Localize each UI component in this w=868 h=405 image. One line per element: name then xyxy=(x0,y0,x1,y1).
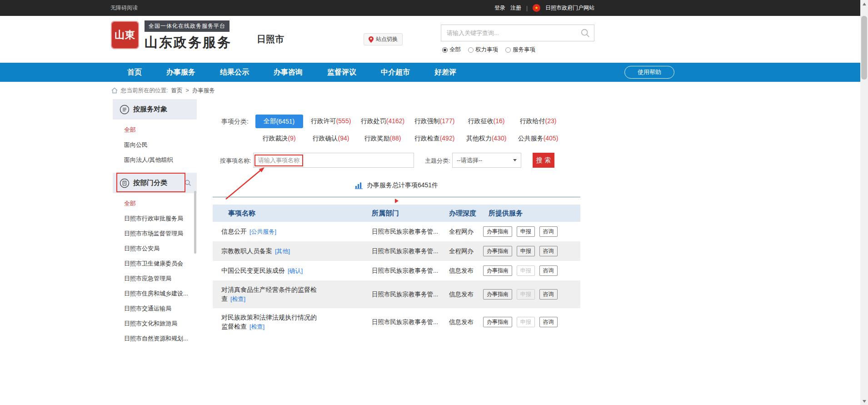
scroll-down-arrow-icon[interactable] xyxy=(860,397,868,405)
nav-item-results[interactable]: 结果公示 xyxy=(208,63,261,82)
item-tag-link[interactable]: [检查] xyxy=(249,323,264,330)
radio-icon[interactable] xyxy=(505,47,511,53)
tab-confirmation[interactable]: 行政确认(94) xyxy=(313,135,349,143)
radio-selected-icon[interactable] xyxy=(442,47,448,53)
item-dept: 日照市民族宗教事务管... xyxy=(372,261,449,280)
tab-name: 行政征收 xyxy=(468,117,494,125)
help-button[interactable]: 使用帮助 xyxy=(624,66,674,79)
consult-button[interactable]: 咨询 xyxy=(539,265,558,276)
guide-button[interactable]: 办事指南 xyxy=(483,317,512,327)
category-filter-row: 事项分类: 全部(6451) 行政许可(555) 行政处罚(4162) 行政强制… xyxy=(213,115,580,143)
tab-name: 全部 xyxy=(264,117,276,125)
nav-item-intermediary[interactable]: 中介超市 xyxy=(369,63,422,82)
sidebar-item-dept[interactable]: 日照市自然资源和规划... xyxy=(113,331,197,346)
location-pin-icon xyxy=(369,36,374,43)
scope-option-service[interactable]: 服务事项 xyxy=(505,46,535,54)
tab-public-service[interactable]: 公共服务(405) xyxy=(518,135,559,143)
tab-levy[interactable]: 行政征收(16) xyxy=(468,117,505,125)
sidebar-section-service-object[interactable]: 按服务对象 xyxy=(113,99,197,120)
tab-other-power[interactable]: 其他权力(430) xyxy=(466,135,507,143)
sidebar-item-all[interactable]: 全部 xyxy=(113,122,197,137)
tab-license[interactable]: 行政许可(555) xyxy=(311,117,351,125)
scope-label: 权力事项 xyxy=(475,46,498,54)
search-icon[interactable] xyxy=(580,28,590,38)
tab-payment[interactable]: 行政给付(23) xyxy=(520,117,557,125)
category-filter-label: 事项分类: xyxy=(213,115,253,143)
guide-button[interactable]: 办事指南 xyxy=(483,246,512,256)
search-button[interactable]: 搜 索 xyxy=(533,153,554,168)
guide-button[interactable]: 办事指南 xyxy=(483,226,512,237)
sidebar-item-legal-person[interactable]: 面向法人/其他组织 xyxy=(113,152,197,167)
total-count-text: 办事服务总计事项6451件 xyxy=(367,181,438,190)
guide-button[interactable]: 办事指南 xyxy=(483,289,512,300)
portal-link[interactable]: 日照市政府门户网站 xyxy=(545,4,594,12)
item-tag-link[interactable]: [确认] xyxy=(288,267,303,274)
register-link[interactable]: 注册 xyxy=(510,4,521,12)
sidebar-item-dept[interactable]: 日照市应急管理局 xyxy=(113,271,197,286)
sidebar-item-citizen[interactable]: 面向公民 xyxy=(113,137,197,152)
department-search-icon[interactable] xyxy=(185,180,191,186)
annotation-marker-row xyxy=(213,197,580,205)
platform-badge: 全国一体化在线政务服务平台 xyxy=(145,20,229,32)
item-tag-link[interactable]: [其他] xyxy=(275,248,290,255)
theme-select[interactable]: --请选择-- xyxy=(452,153,521,168)
tab-ruling[interactable]: 行政裁决(9) xyxy=(262,135,295,143)
nav-item-home[interactable]: 首页 xyxy=(115,63,154,82)
scope-option-all[interactable]: 全部 xyxy=(442,46,461,54)
sidebar-scrollbar-thumb[interactable] xyxy=(194,191,196,254)
item-dept: 日照市民族宗教事务管... xyxy=(372,241,449,261)
item-depth: 全程网办 xyxy=(449,241,483,261)
tab-name: 行政检查 xyxy=(414,135,440,142)
sidebar-item-dept[interactable]: 日照市市场监督管理局 xyxy=(113,226,197,241)
nav-item-consult[interactable]: 办事咨询 xyxy=(261,63,315,82)
breadcrumb-home-link[interactable]: 首页 xyxy=(171,87,182,95)
nav-item-supervise[interactable]: 监督评议 xyxy=(315,63,369,82)
site-switch-button[interactable]: 站点切换 xyxy=(364,33,403,45)
login-link[interactable]: 登录 xyxy=(494,4,505,12)
consult-button[interactable]: 咨询 xyxy=(539,246,558,256)
tab-count: (23) xyxy=(545,117,557,125)
tab-inspection[interactable]: 行政检查(492) xyxy=(414,135,455,143)
sidebar-item-dept[interactable]: 日照市行政审批服务局 xyxy=(113,211,197,226)
browser-scrollbar[interactable] xyxy=(860,0,868,405)
nav-item-rating[interactable]: 好差评 xyxy=(422,63,469,82)
tab-name: 行政奖励 xyxy=(364,135,390,142)
consult-button[interactable]: 咨询 xyxy=(539,226,558,237)
department-icon xyxy=(120,178,130,188)
guide-button[interactable]: 办事指南 xyxy=(483,265,512,276)
annotation-triangle xyxy=(395,199,399,203)
scope-option-power[interactable]: 权力事项 xyxy=(468,46,498,54)
sidebar-item-dept-all[interactable]: 全部 xyxy=(113,196,197,211)
scroll-up-arrow-icon[interactable] xyxy=(860,0,868,8)
sidebar-item-dept[interactable]: 日照市文化和旅游局 xyxy=(113,316,197,331)
sidebar-item-dept[interactable]: 日照市公安局 xyxy=(113,241,197,256)
table-row: 对民族政策和法律法规执行情况的监督检查[检查] 日照市民族宗教事务管... 信息… xyxy=(213,308,580,336)
tab-count: (6451) xyxy=(276,118,294,125)
tab-reward[interactable]: 行政奖励(88) xyxy=(364,135,401,143)
tab-penalty[interactable]: 行政处罚(4162) xyxy=(361,117,404,125)
sidebar-item-dept[interactable]: 日照市住房和城乡建设... xyxy=(113,286,197,301)
site-header: 山東 全国一体化在线政务服务平台 山东政务服务 日照市 站点切换 全部 xyxy=(0,16,868,63)
radio-icon[interactable] xyxy=(468,47,474,53)
scrollbar-thumb[interactable] xyxy=(861,16,867,80)
consult-button[interactable]: 咨询 xyxy=(539,289,558,300)
item-tag-link[interactable]: [检查] xyxy=(230,295,245,302)
consult-button[interactable]: 咨询 xyxy=(539,317,558,327)
keyword-search-input[interactable] xyxy=(441,30,580,36)
nav-item-services[interactable]: 办事服务 xyxy=(154,63,208,82)
accessibility-link[interactable]: 无障碍阅读 xyxy=(106,4,138,12)
tab-count: (177) xyxy=(440,117,455,125)
item-name-input[interactable] xyxy=(254,153,414,167)
item-tag-link[interactable]: [公共服务] xyxy=(249,228,276,235)
scope-label: 服务事项 xyxy=(513,46,535,54)
item-name: 信息公开 xyxy=(221,228,247,235)
sidebar-item-dept[interactable]: 日照市交通运输局 xyxy=(113,301,197,316)
apply-button[interactable]: 申报 xyxy=(517,246,535,256)
tab-coercion[interactable]: 行政强制(177) xyxy=(414,117,455,125)
item-depth: 信息发布 xyxy=(449,280,483,308)
sidebar-section-department[interactable]: 按部门分类 xyxy=(113,173,197,193)
tab-all[interactable]: 全部(6451) xyxy=(255,115,303,128)
sidebar-item-dept[interactable]: 日照市卫生健康委员会 xyxy=(113,256,197,271)
shandong-seal-logo: 山東 xyxy=(111,21,139,49)
apply-button[interactable]: 申报 xyxy=(517,226,535,237)
